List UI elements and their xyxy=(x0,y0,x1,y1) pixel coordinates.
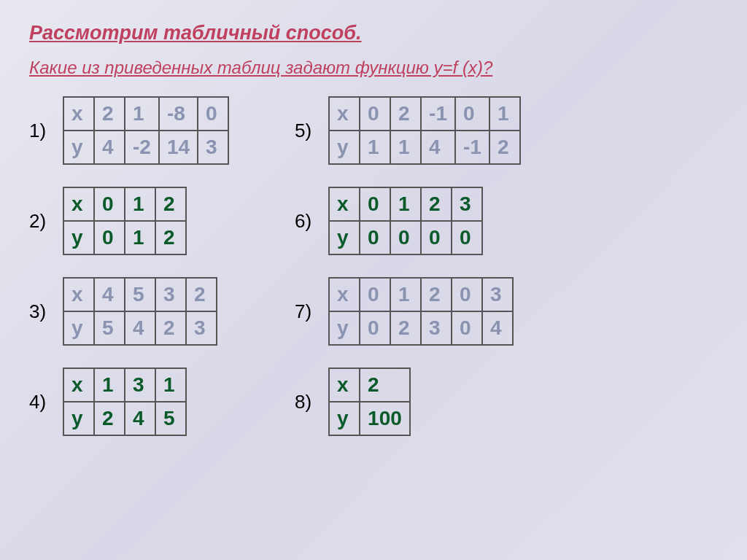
slide-title: Рассмотрим табличный способ. xyxy=(29,22,718,44)
y-cell: 0 xyxy=(452,311,482,345)
x-cell: 2 xyxy=(390,97,421,131)
slide-subtitle: Какие из приведенных таблиц задают функц… xyxy=(29,58,718,78)
table-block: 3)х4532у5423 xyxy=(29,277,229,346)
y-cell: -1 xyxy=(455,131,489,164)
x-cell: 1 xyxy=(125,187,155,221)
table-block: 1)х21-80у4-2143 xyxy=(29,96,229,165)
y-cell: 1 xyxy=(390,131,421,164)
row-label-y: у xyxy=(329,311,360,345)
x-cell: 4 xyxy=(94,278,125,311)
x-cell: 3 xyxy=(155,278,186,311)
y-cell: 2 xyxy=(155,221,186,254)
x-cell: 1 xyxy=(155,368,186,402)
table-number: 8) xyxy=(295,391,320,413)
table-number: 2) xyxy=(29,210,54,233)
x-cell: 1 xyxy=(390,187,421,221)
table-grid: 1)х21-80у4-21432)х012у0123)х4532у54234)х… xyxy=(29,96,718,436)
row-label-x: х xyxy=(329,368,360,402)
row-label-x: х xyxy=(63,187,94,221)
x-cell: 2 xyxy=(94,97,125,131)
table-block: 8)х2у100 xyxy=(295,368,521,436)
table-number: 6) xyxy=(295,210,320,233)
y-cell: 4 xyxy=(125,402,155,435)
x-cell: 3 xyxy=(125,368,155,402)
y-cell: 0 xyxy=(360,221,390,254)
x-cell: 2 xyxy=(186,278,217,311)
xy-table: х2у100 xyxy=(328,368,411,436)
x-cell: 5 xyxy=(125,278,155,311)
y-cell: 0 xyxy=(390,221,421,254)
y-cell: 4 xyxy=(94,131,125,164)
y-cell: 1 xyxy=(360,131,390,164)
table-number: 5) xyxy=(295,120,320,142)
x-cell: 1 xyxy=(94,368,125,402)
row-label-y: у xyxy=(63,402,94,435)
row-label-x: х xyxy=(63,97,94,131)
table-number: 7) xyxy=(295,300,320,323)
x-cell: 0 xyxy=(360,278,390,311)
x-cell: 3 xyxy=(482,278,513,311)
xy-table: х0123у0000 xyxy=(328,187,483,255)
y-cell: 1 xyxy=(125,221,155,254)
x-cell: 3 xyxy=(452,187,482,221)
xy-table: х012у012 xyxy=(63,187,187,255)
y-cell: 0 xyxy=(360,311,390,345)
row-label-x: х xyxy=(329,187,360,221)
xy-table: х4532у5423 xyxy=(63,277,217,346)
table-number: 3) xyxy=(29,300,54,323)
y-cell: -2 xyxy=(125,131,159,164)
table-block: 6)х0123у0000 xyxy=(295,187,521,255)
x-cell: 1 xyxy=(489,97,520,131)
y-cell: 0 xyxy=(452,221,482,254)
y-cell: 5 xyxy=(155,402,186,435)
table-block: 4)х131у245 xyxy=(29,368,229,436)
y-cell: 5 xyxy=(94,311,125,345)
row-label-x: х xyxy=(63,368,94,402)
y-cell: 4 xyxy=(482,311,513,345)
x-cell: 2 xyxy=(421,278,452,311)
y-cell: 14 xyxy=(159,131,198,164)
table-number: 1) xyxy=(29,120,54,142)
y-cell: 0 xyxy=(94,221,125,254)
xy-table: х01203у02304 xyxy=(328,277,514,346)
x-cell: 0 xyxy=(455,97,489,131)
row-label-y: у xyxy=(63,221,94,254)
y-cell: 3 xyxy=(198,131,228,164)
row-label-y: у xyxy=(329,402,360,435)
row-label-y: у xyxy=(63,131,94,164)
row-label-x: х xyxy=(329,97,360,131)
row-label-y: у xyxy=(329,131,360,164)
y-cell: 4 xyxy=(125,311,155,345)
y-cell: 3 xyxy=(186,311,217,345)
table-number: 4) xyxy=(29,391,54,413)
x-cell: 0 xyxy=(452,278,482,311)
x-cell: 1 xyxy=(125,97,159,131)
row-label-y: у xyxy=(329,221,360,254)
x-cell: -8 xyxy=(159,97,198,131)
y-cell: 0 xyxy=(421,221,452,254)
y-cell: 4 xyxy=(421,131,455,164)
y-cell: 2 xyxy=(94,402,125,435)
table-block: 5)х02-101у114-12 xyxy=(295,96,521,165)
xy-table: х02-101у114-12 xyxy=(328,96,521,165)
table-block: 2)х012у012 xyxy=(29,187,229,255)
x-cell: 0 xyxy=(360,187,390,221)
x-cell: 2 xyxy=(360,368,410,402)
y-cell: 2 xyxy=(390,311,421,345)
row-label-x: х xyxy=(63,278,94,311)
y-cell: 3 xyxy=(421,311,452,345)
y-cell: 100 xyxy=(360,402,410,435)
y-cell: 2 xyxy=(155,311,186,345)
x-cell: 1 xyxy=(390,278,421,311)
row-label-y: у xyxy=(63,311,94,345)
x-cell: 0 xyxy=(360,97,390,131)
xy-table: х131у245 xyxy=(63,368,187,436)
table-block: 7)х01203у02304 xyxy=(295,277,521,346)
x-cell: 2 xyxy=(421,187,452,221)
x-cell: -1 xyxy=(421,97,455,131)
row-label-x: х xyxy=(329,278,360,311)
x-cell: 0 xyxy=(198,97,228,131)
xy-table: х21-80у4-2143 xyxy=(63,96,229,165)
y-cell: 2 xyxy=(489,131,520,164)
x-cell: 2 xyxy=(155,187,186,221)
